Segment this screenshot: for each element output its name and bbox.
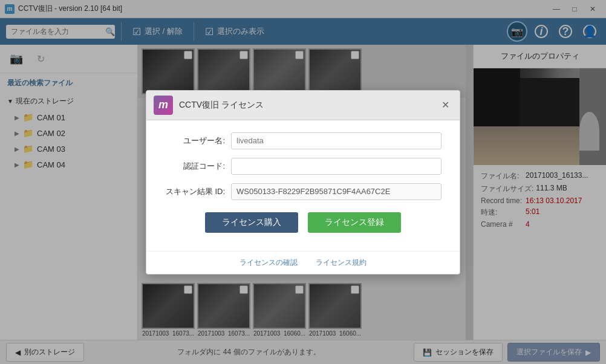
- modal-buttons: ライセンス購入 ライセンス登録: [165, 212, 441, 233]
- scanresult-input: [231, 183, 441, 200]
- scanresult-row: スキャン結果 ID:: [165, 183, 441, 200]
- authcode-label: 認証コード:: [165, 161, 225, 172]
- scanresult-label: スキャン結果 ID:: [165, 186, 225, 197]
- username-input[interactable]: [231, 132, 441, 149]
- modal-footer: ライセンスの確認 ライセンス規約: [146, 251, 460, 274]
- modal-close-button[interactable]: ✕: [438, 98, 452, 112]
- license-modal: m CCTV復旧 ライセンス ✕ ユーザー名: 認証コード: スキャン結果 ID…: [146, 90, 460, 275]
- modal-icon: m: [154, 96, 173, 115]
- modal-body: ユーザー名: 認証コード: スキャン結果 ID: ライセンス購入 ライセンス登録: [146, 120, 460, 251]
- authcode-row: 認証コード:: [165, 158, 441, 175]
- username-row: ユーザー名:: [165, 132, 441, 149]
- license-terms-link[interactable]: ライセンス規約: [316, 258, 367, 268]
- modal-header: m CCTV復旧 ライセンス ✕: [146, 91, 460, 120]
- authcode-input[interactable]: [231, 158, 441, 175]
- buy-license-button[interactable]: ライセンス購入: [205, 212, 298, 233]
- register-license-button[interactable]: ライセンス登録: [308, 212, 401, 233]
- confirm-license-link[interactable]: ライセンスの確認: [239, 258, 298, 268]
- modal-title: CCTV復旧 ライセンス: [179, 100, 432, 111]
- modal-overlay[interactable]: m CCTV復旧 ライセンス ✕ ユーザー名: 認証コード: スキャン結果 ID…: [0, 0, 606, 364]
- username-label: ユーザー名:: [165, 135, 225, 146]
